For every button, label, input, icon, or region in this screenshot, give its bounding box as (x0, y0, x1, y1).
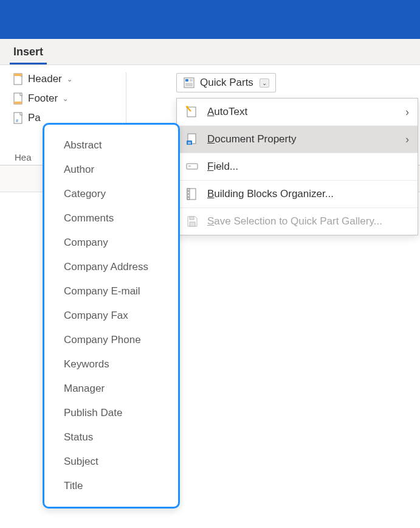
docprop-item[interactable]: Author (44, 158, 178, 182)
docprop-item[interactable]: Status (44, 425, 178, 450)
svg-point-25 (188, 196, 189, 198)
docprop-item[interactable]: Company (44, 231, 178, 255)
svg-point-23 (188, 190, 189, 192)
svg-rect-19 (187, 164, 198, 169)
quick-parts-menu: AutoText › Document Property › Field... … (176, 98, 418, 235)
svg-rect-1 (14, 74, 22, 76)
building-blocks-icon (185, 187, 199, 201)
chevron-down-icon: ⌄ (63, 95, 68, 103)
menu-label: Document Property (207, 133, 397, 145)
docprop-item[interactable]: Company E-mail (44, 279, 178, 304)
menu-save-selection: Save Selection to Quick Part Gallery... (177, 207, 418, 235)
header-icon (13, 73, 24, 85)
chevron-down-icon: ⌄ (260, 78, 269, 88)
group-label: Hea (15, 152, 32, 162)
quick-parts-icon (183, 77, 195, 89)
svg-point-24 (188, 193, 189, 195)
menu-label: Save Selection to Quick Part Gallery... (207, 215, 409, 228)
svg-rect-7 (185, 79, 188, 82)
docprop-item[interactable]: Category (44, 182, 178, 206)
docprop-item[interactable]: Company Address (44, 255, 178, 279)
docprop-item[interactable]: Abstract (44, 133, 178, 158)
footer-label: Footer (28, 92, 58, 105)
header-button[interactable]: Header ⌄ (11, 71, 115, 87)
docprop-item[interactable]: Company Fax (44, 304, 178, 328)
docprop-item[interactable]: Title (44, 474, 178, 498)
document-property-submenu: Abstract Author Category Comments Compan… (43, 123, 180, 509)
title-bar (0, 0, 420, 39)
menu-label: AutoText (207, 106, 397, 118)
docprop-item[interactable]: Manager (44, 377, 178, 401)
docprop-item[interactable]: Comments (44, 206, 178, 231)
header-label: Header (28, 73, 62, 85)
docprop-item[interactable]: Company Phone (44, 328, 178, 352)
menu-building-blocks[interactable]: Building Blocks Organizer... (177, 180, 418, 207)
footer-icon (13, 92, 24, 105)
svg-text:#: # (16, 119, 18, 123)
menu-document-property[interactable]: Document Property › (177, 125, 418, 153)
menu-label: Building Blocks Organizer... (207, 188, 409, 200)
docprop-item[interactable]: Publish Date (44, 401, 178, 425)
svg-rect-27 (190, 222, 195, 226)
page-number-icon: # (13, 112, 24, 124)
ribbon-tabs: Insert (0, 39, 420, 65)
docprop-item[interactable]: Keywords (44, 352, 178, 377)
save-icon (185, 215, 199, 228)
svg-rect-3 (14, 102, 22, 104)
chevron-right-icon: › (405, 106, 409, 119)
quick-parts-button[interactable]: Quick Parts ⌄ (176, 73, 276, 92)
page-number-label: Pa (28, 112, 41, 124)
footer-button[interactable]: Footer ⌄ (11, 91, 115, 106)
tab-insert[interactable]: Insert (10, 41, 47, 64)
menu-label: Field... (207, 161, 409, 173)
document-property-icon (185, 133, 199, 146)
autotext-icon (185, 105, 199, 119)
svg-rect-26 (190, 217, 194, 220)
menu-field[interactable]: Field... (177, 153, 418, 180)
docprop-item[interactable]: Subject (44, 450, 178, 474)
chevron-right-icon: › (405, 133, 409, 146)
menu-autotext[interactable]: AutoText › (177, 99, 418, 125)
field-icon (185, 160, 199, 173)
chevron-down-icon: ⌄ (67, 75, 72, 83)
quick-parts-label: Quick Parts (200, 77, 253, 89)
